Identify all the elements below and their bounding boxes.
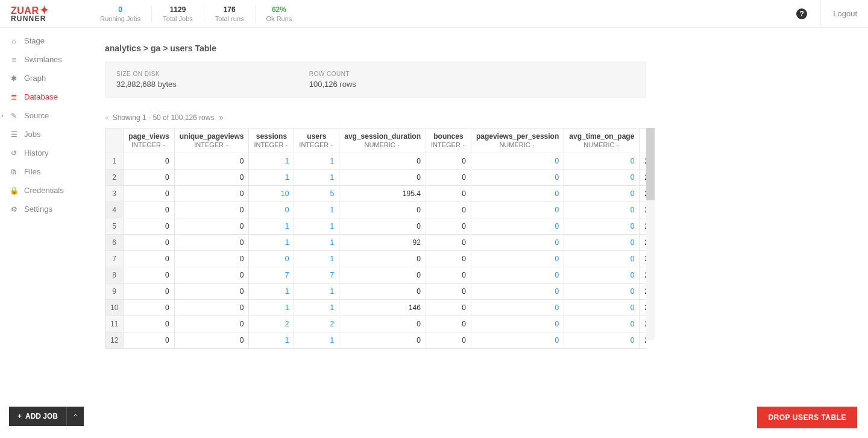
- logo[interactable]: ZUAR✦ RUNNER: [11, 5, 74, 22]
- sidebar-item-history[interactable]: ↺History: [0, 144, 90, 162]
- page-first-icon[interactable]: «: [105, 113, 108, 122]
- column-header-pageviews_per_session[interactable]: pageviews_per_sessionNUMERIC ⌄: [471, 129, 564, 153]
- top-stat[interactable]: 176Total runs: [204, 5, 256, 22]
- cell[interactable]: 0: [564, 283, 640, 299]
- top-stat[interactable]: 1129Total Jobs: [152, 5, 204, 22]
- cell[interactable]: 0: [249, 250, 294, 267]
- column-header-bounces[interactable]: bouncesINTEGER ⌄: [426, 129, 471, 153]
- sidebar-item-files[interactable]: 🗎Files: [0, 162, 90, 181]
- cell: 2021-07-31: [640, 234, 646, 250]
- cell[interactable]: 1: [294, 299, 339, 316]
- cell[interactable]: 0: [564, 153, 640, 169]
- cell[interactable]: 2: [294, 316, 339, 332]
- cell[interactable]: 0: [471, 185, 564, 202]
- cell[interactable]: 0: [249, 202, 294, 218]
- sidebar-item-stage[interactable]: ⌂Stage: [0, 31, 90, 50]
- drop-table-button[interactable]: DROP USERS TABLE: [757, 407, 857, 428]
- column-header-unique_pageviews[interactable]: unique_pageviewsINTEGER ⌄: [174, 129, 249, 153]
- history-icon: ↺: [10, 149, 18, 157]
- top-stat[interactable]: 0Running Jobs: [89, 5, 152, 22]
- page-next-icon[interactable]: »: [219, 113, 222, 122]
- row-count-value: 100,126 rows: [309, 80, 356, 89]
- cell[interactable]: 0: [564, 234, 640, 250]
- column-header-sessions[interactable]: sessionsINTEGER ⌄: [249, 129, 294, 153]
- column-header-page_views[interactable]: page_viewsINTEGER ⌄: [124, 129, 174, 153]
- cell[interactable]: 0: [471, 299, 564, 316]
- top-stat[interactable]: 62%Ok Runs: [256, 5, 303, 22]
- cell[interactable]: 0: [471, 267, 564, 283]
- cell[interactable]: 1: [294, 332, 339, 348]
- cell[interactable]: 1: [294, 218, 339, 234]
- cell[interactable]: 0: [471, 202, 564, 218]
- add-job-button[interactable]: +ADD JOB: [9, 407, 66, 426]
- sidebar-item-settings[interactable]: ⚙Settings: [0, 200, 90, 218]
- chevron-down-icon[interactable]: ⌄: [462, 142, 466, 147]
- cell[interactable]: 0: [564, 185, 640, 202]
- cell[interactable]: 7: [249, 267, 294, 283]
- cell[interactable]: 0: [471, 153, 564, 169]
- logout-link[interactable]: Logout: [820, 0, 857, 28]
- cell[interactable]: 1: [249, 299, 294, 316]
- cell[interactable]: 0: [564, 218, 640, 234]
- sidebar-item-source[interactable]: ›✎Source: [0, 106, 90, 125]
- cell[interactable]: 1: [294, 250, 339, 267]
- column-name: bounces: [431, 132, 466, 141]
- add-job-menu-button[interactable]: ⌃: [66, 407, 84, 426]
- cell[interactable]: 0: [564, 267, 640, 283]
- cell[interactable]: 1: [249, 332, 294, 348]
- cell[interactable]: 0: [564, 202, 640, 218]
- sidebar-item-swimlanes[interactable]: ≡Swimlanes: [0, 50, 90, 69]
- cell[interactable]: 2: [249, 316, 294, 332]
- cell[interactable]: 1: [249, 153, 294, 169]
- cell[interactable]: 0: [471, 169, 564, 185]
- cell[interactable]: 1: [249, 283, 294, 299]
- cell[interactable]: 5: [294, 185, 339, 202]
- chevron-down-icon[interactable]: ⌄: [225, 142, 229, 147]
- cell[interactable]: 0: [471, 332, 564, 348]
- cell: 0: [426, 267, 471, 283]
- crumb-analytics[interactable]: analytics: [105, 43, 141, 53]
- cell[interactable]: 7: [294, 267, 339, 283]
- cell[interactable]: 10: [249, 185, 294, 202]
- column-type: INTEGER ⌄: [131, 141, 166, 148]
- chevron-down-icon[interactable]: ⌄: [162, 142, 166, 147]
- cell[interactable]: 1: [249, 218, 294, 234]
- cell: 0: [174, 250, 249, 267]
- cell[interactable]: 0: [564, 332, 640, 348]
- cell[interactable]: 1: [294, 283, 339, 299]
- cell[interactable]: 0: [564, 316, 640, 332]
- chevron-down-icon[interactable]: ⌄: [532, 142, 536, 147]
- chevron-down-icon[interactable]: ⌄: [615, 142, 620, 147]
- cell[interactable]: 1: [249, 234, 294, 250]
- cell[interactable]: 1: [294, 169, 339, 185]
- cell[interactable]: 1: [294, 202, 339, 218]
- column-header-date[interactable]: dateDATE ⌄: [640, 129, 646, 153]
- crumb-ga[interactable]: ga: [151, 43, 160, 53]
- cell[interactable]: 0: [471, 283, 564, 299]
- chevron-down-icon[interactable]: ⌄: [285, 142, 289, 147]
- stat-value: 1129: [163, 5, 193, 14]
- cell[interactable]: 1: [294, 234, 339, 250]
- sidebar-item-jobs[interactable]: ☰Jobs: [0, 125, 90, 144]
- cell[interactable]: 0: [564, 250, 640, 267]
- vertical-scrollbar[interactable]: [646, 128, 655, 340]
- sidebar-item-credentials[interactable]: 🔒Credentials: [0, 181, 90, 200]
- chevron-down-icon[interactable]: ⌄: [330, 142, 334, 147]
- sidebar-item-database[interactable]: ≣Database: [0, 87, 90, 106]
- column-header-avg_time_on_page[interactable]: avg_time_on_pageNUMERIC ⌄: [564, 129, 640, 153]
- help-icon[interactable]: ?: [796, 8, 807, 19]
- cell[interactable]: 0: [564, 169, 640, 185]
- cell[interactable]: 0: [471, 316, 564, 332]
- cell[interactable]: 0: [471, 250, 564, 267]
- table-scroll[interactable]: page_viewsINTEGER ⌄unique_pageviewsINTEG…: [105, 128, 646, 349]
- column-header-avg_session_duration[interactable]: avg_session_durationNUMERIC ⌄: [339, 129, 426, 153]
- cell[interactable]: 1: [249, 169, 294, 185]
- column-header-users[interactable]: usersINTEGER ⌄: [294, 129, 339, 153]
- cell[interactable]: 0: [564, 299, 640, 316]
- cell[interactable]: 0: [471, 218, 564, 234]
- row-number: 4: [105, 202, 124, 218]
- cell[interactable]: 1: [294, 153, 339, 169]
- sidebar-item-graph[interactable]: ✱Graph: [0, 69, 90, 87]
- chevron-down-icon[interactable]: ⌄: [397, 142, 401, 147]
- cell[interactable]: 0: [471, 234, 564, 250]
